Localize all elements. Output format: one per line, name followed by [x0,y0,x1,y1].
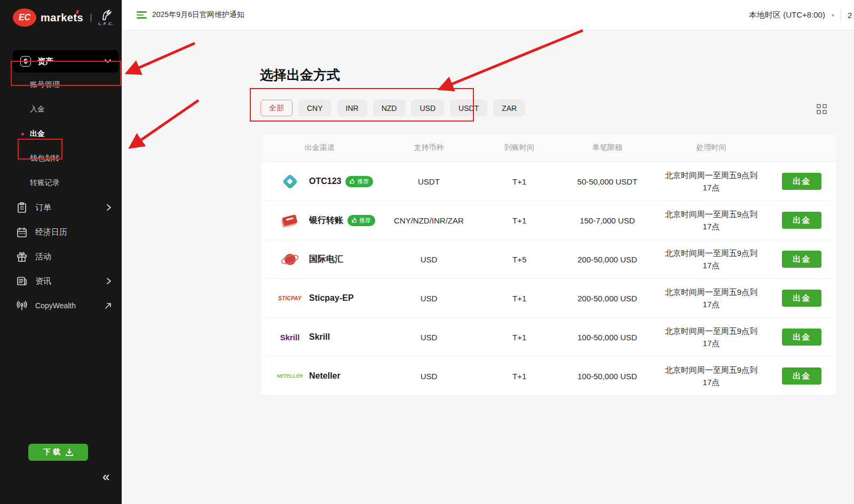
menu-item-label: 活动 [35,252,111,262]
topbar: 2025年9月6日官网维护通知 本地时区 (UTC+8:00) ▾ 2 [122,0,854,30]
grid-view-icon[interactable] [817,104,828,116]
channel-name: Sticpay-EP [309,293,354,303]
sub-item-label: 钱包划转 [30,154,60,163]
processing-time: 北京时间周一至周五9点到17点 [661,325,761,350]
recommended-badge: 推荐 [347,215,375,226]
notice-link[interactable]: 2025年9月6日官网维护通知 [137,10,244,20]
thumbs-up-icon [350,179,355,184]
withdraw-button[interactable]: 出金 [782,251,821,268]
table-row: 银行转账 推荐 CNY/NZD/INR/ZAR T+1 150-7,000 US… [261,201,836,239]
supported-currencies: CNY/NZD/INR/ZAR [378,216,480,225]
otc-logo [276,176,304,187]
sidebar-item-copywealth[interactable]: CopyWealth [0,293,122,318]
chevron-right-icon [107,278,111,284]
sidebar-item-wallet-transfer[interactable]: 钱包划转 [0,146,122,171]
ec-logo-icon: EC [13,9,36,27]
withdraw-button[interactable]: 出金 [782,329,821,346]
filter-tab-USD[interactable]: USD [411,100,444,116]
channel-name: OTC123 [309,177,341,186]
withdraw-button[interactable]: 出金 [782,367,821,385]
lfc-text: L.F.C. [98,21,114,26]
transaction-limit: 200-50,000 USD [559,255,655,264]
calendar-icon [17,227,27,237]
arrival-time: T+1 [479,216,559,225]
sidebar-item-activities[interactable]: 活动 [0,244,122,269]
chevron-right-icon [107,204,111,211]
header-limit: 单笔限额 [559,143,655,153]
sidebar-item-withdraw[interactable]: 出金 [0,122,122,146]
menu-item-label: 经济日历 [35,227,111,237]
sticpay-wordmark: STICPAY [278,295,301,301]
filter-tab-NZD[interactable]: NZD [373,100,406,116]
table-row: NETELLER Neteller USD T+1 100-50,000 USD… [261,356,836,395]
header-channel: 出金渠道 [261,143,378,153]
announcement-icon [137,11,147,19]
download-button[interactable]: 下载 [28,444,88,461]
transaction-limit: 50-50,000 USDT [559,177,655,186]
transaction-limit: 150-7,000 USD [559,216,655,225]
sub-item-label: 入金 [30,105,45,114]
menu-item-label: CopyWealth [35,301,105,310]
processing-time: 北京时间周一至周五9点到17点 [661,364,761,389]
table-body: OTC123 推荐 USDT T+1 50-50,000 USDT 北京时间周一… [261,162,836,395]
arrival-time: T+1 [479,372,559,381]
filter-tab-INR[interactable]: INR [337,100,367,116]
notice-text: 2025年9月6日官网维护通知 [152,10,244,20]
sticpay-logo: STICPAY [276,295,304,301]
currency-filter-tabs: 全部CNYINRNZDUSDUSDTZAR [260,100,525,116]
filter-tab-ZAR[interactable]: ZAR [493,100,525,116]
timezone-caret-icon[interactable]: ▾ [832,12,834,18]
download-icon [66,449,73,456]
thumbs-up-icon [352,218,357,223]
neteller-logo: NETELLER [276,373,304,379]
withdraw-button[interactable]: 出金 [782,173,821,190]
logo-divider: | [90,13,92,22]
filter-tab-CNY[interactable]: CNY [298,100,331,116]
active-dot [21,133,24,135]
clipped-datetime-text: 2 [848,11,854,20]
download-label: 下载 [43,447,62,457]
collapse-sidebar-button[interactable]: « [102,470,109,483]
sidebar-menu: $ 资产 账号管理 入金 出金 钱包划转 转账记录 订单 经济日历 [0,50,122,318]
sidebar-item-deposit[interactable]: 入金 [0,97,122,122]
news-icon [17,276,27,286]
transaction-limit: 100-50,000 USD [559,333,655,342]
menu-item-label: 订单 [35,203,107,213]
header-arrival: 到账时间 [479,143,559,153]
sidebar-item-assets[interactable]: $ 资产 [13,50,118,73]
sub-item-label: 转账记录 [30,178,60,188]
supported-currencies: USD [378,294,480,303]
table-header-row: 出金渠道 支持币种 到账时间 单笔限额 处理时间 [261,134,836,162]
withdraw-button[interactable]: 出金 [782,290,821,307]
sub-item-label: 账号管理 [30,80,60,90]
arrival-time: T+1 [479,294,559,303]
supported-currencies: USD [378,255,480,264]
main-content: 选择出金方式 全部CNYINRNZDUSDUSDTZAR 出金渠道 支持币种 到… [122,31,854,504]
neteller-wordmark: NETELLER [276,373,303,379]
withdraw-button[interactable]: 出金 [782,212,821,229]
table-row: OTC123 推荐 USDT T+1 50-50,000 USDT 北京时间周一… [261,162,836,201]
sidebar-item-account-management[interactable]: 账号管理 [0,73,122,97]
processing-time: 北京时间周一至周五9点到17点 [661,208,761,233]
sidebar-item-transfer-records[interactable]: 转账记录 [0,171,122,195]
sub-item-label: 出金 [30,129,45,139]
sidebar-item-news[interactable]: 资讯 [0,269,122,293]
header-currencies: 支持币种 [378,143,480,153]
bank-logo [276,216,304,225]
processing-time: 北京时间周一至周五9点到17点 [661,169,761,194]
clipboard-icon [17,202,27,213]
page-title: 选择出金方式 [260,66,340,84]
sidebar: EC markets | L.F.C. $ 资产 账号管理 入金 出金 钱包划转 [0,0,122,504]
lfc-logo: L.F.C. [98,9,114,26]
supported-currencies: USDT [378,177,480,186]
assets-label: 资产 [37,57,105,67]
supported-currencies: USD [378,333,480,342]
sidebar-item-economic-calendar[interactable]: 经济日历 [0,220,122,244]
header-processing: 处理时间 [655,143,768,153]
sidebar-item-orders[interactable]: 订单 [0,195,122,220]
filter-tab-USDT[interactable]: USDT [450,100,487,116]
supported-currencies: USD [378,372,480,381]
liverbird-icon [100,9,113,21]
timezone-selector[interactable]: 本地时区 (UTC+8:00) [749,10,825,20]
filter-tab-全部[interactable]: 全部 [260,100,292,116]
